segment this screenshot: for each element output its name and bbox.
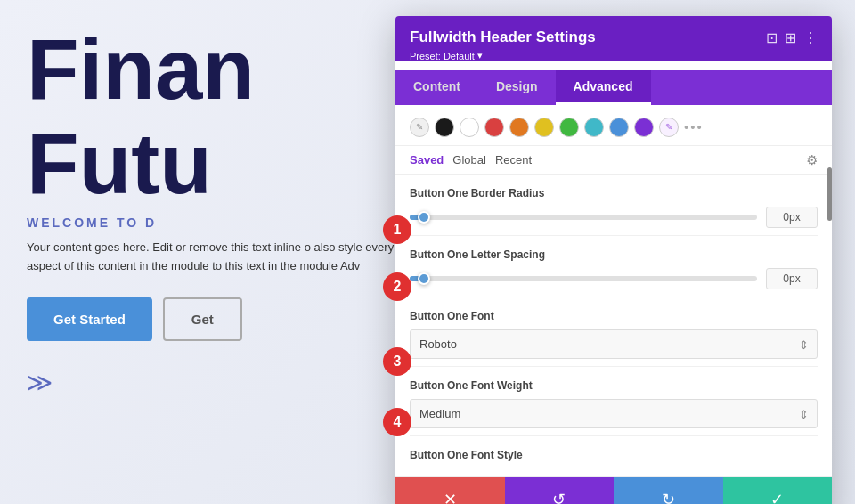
setting-font-style-label: Button One Font Style (410, 449, 818, 461)
setting-font-weight-label: Button One Font Weight (410, 379, 818, 392)
tab-saved[interactable]: Saved (410, 151, 444, 168)
badge-3: 3 (383, 347, 411, 376)
panel-tabs: Content Design Advanced (395, 70, 832, 105)
tab-content[interactable]: Content (395, 70, 478, 105)
color-swatch-purple[interactable] (634, 118, 654, 137)
tab-design[interactable]: Design (478, 70, 556, 105)
panel-icon-grid[interactable]: ⊞ (785, 29, 796, 46)
panel-scrollbar[interactable] (827, 167, 832, 221)
setting-border-radius-control: 0px (410, 207, 818, 228)
tab-advanced[interactable]: Advanced (556, 70, 651, 105)
setting-letter-spacing-control: 0px (410, 268, 818, 289)
setting-font-weight-select-wrapper: Medium (410, 399, 818, 428)
slider-letter-spacing-thumb[interactable] (418, 272, 430, 285)
color-swatch-black[interactable] (435, 118, 454, 137)
color-swatch-green[interactable] (559, 118, 579, 137)
slider-letter-spacing-track[interactable] (410, 276, 757, 281)
tab-global[interactable]: Global (452, 151, 486, 168)
page-buttons: Get Started Get (27, 297, 242, 341)
color-swatch-orange[interactable] (509, 118, 529, 137)
color-swatch-white[interactable] (460, 118, 479, 137)
panel-header-top: Fullwidth Header Settings ⊡ ⊞ ⋮ (410, 28, 818, 46)
color-swatch-custom[interactable]: ✎ (659, 118, 679, 137)
setting-font-weight-select[interactable]: Medium (410, 399, 818, 428)
badge-4: 4 (383, 408, 411, 436)
footer-redo-button[interactable]: ↻ (614, 477, 723, 504)
secondary-button[interactable]: Get (163, 297, 242, 341)
color-tab-settings-icon[interactable]: ⚙ (806, 152, 818, 168)
color-edit-icon[interactable]: ✎ (410, 118, 429, 137)
color-swatch-blue[interactable] (609, 118, 629, 137)
color-swatch-red[interactable] (484, 118, 504, 137)
color-swatch-row: ✎ ✎ ••• (395, 105, 832, 146)
slider-border-radius-track[interactable] (410, 215, 757, 220)
setting-border-radius: Button One Border Radius 0px (410, 175, 818, 236)
page-title-line1: Finan (27, 27, 255, 112)
setting-letter-spacing: Button One Letter Spacing 0px (410, 236, 818, 297)
scroll-indicator: ≫ (27, 368, 53, 397)
color-more-dots: ••• (684, 114, 704, 140)
panel-title: Fullwidth Header Settings (410, 28, 596, 46)
color-swatch-yellow[interactable] (534, 118, 554, 137)
panel-header-icons: ⊡ ⊞ ⋮ (766, 29, 818, 46)
badge-1: 1 (383, 215, 411, 244)
panel-footer: ✕ ↺ ↻ ✓ (395, 476, 832, 504)
footer-save-button[interactable]: ✓ (723, 477, 833, 504)
setting-font-weight: Button One Font Weight Medium (410, 367, 818, 436)
settings-panel: Fullwidth Header Settings ⊡ ⊞ ⋮ Preset: … (395, 16, 832, 504)
get-started-button[interactable]: Get Started (27, 297, 152, 341)
panel-preset[interactable]: Preset: Default ▾ (410, 50, 818, 61)
page-title-line2: Futu (27, 121, 212, 207)
saved-tabs-row: Saved Global Recent ⚙ (395, 146, 832, 175)
footer-cancel-button[interactable]: ✕ (395, 477, 505, 504)
badge-2: 2 (383, 272, 411, 301)
setting-font-select[interactable]: Roboto (410, 329, 818, 359)
slider-border-radius-value[interactable]: 0px (766, 207, 818, 228)
setting-font: Button One Font Roboto (410, 297, 818, 367)
setting-letter-spacing-label: Button One Letter Spacing (410, 248, 818, 261)
footer-undo-button[interactable]: ↺ (505, 477, 615, 504)
page-body-text: Your content goes here. Edit or remove t… (27, 239, 410, 276)
panel-icon-expand[interactable]: ⊡ (766, 29, 778, 46)
slider-letter-spacing-value[interactable]: 0px (766, 268, 818, 289)
slider-border-radius-thumb[interactable] (418, 211, 430, 224)
color-swatch-teal[interactable] (584, 118, 604, 137)
panel-header: Fullwidth Header Settings ⊡ ⊞ ⋮ Preset: … (395, 16, 832, 61)
setting-font-label: Button One Font (410, 310, 818, 322)
tab-recent[interactable]: Recent (495, 151, 532, 168)
panel-icon-more[interactable]: ⋮ (803, 29, 818, 46)
panel-body: Button One Border Radius 0px Button One … (395, 175, 832, 476)
page-subtitle: Welcome to D (27, 215, 157, 230)
setting-font-style: Button One Font Style (410, 436, 818, 476)
setting-border-radius-label: Button One Border Radius (410, 187, 818, 199)
setting-font-select-wrapper: Roboto (410, 329, 818, 359)
